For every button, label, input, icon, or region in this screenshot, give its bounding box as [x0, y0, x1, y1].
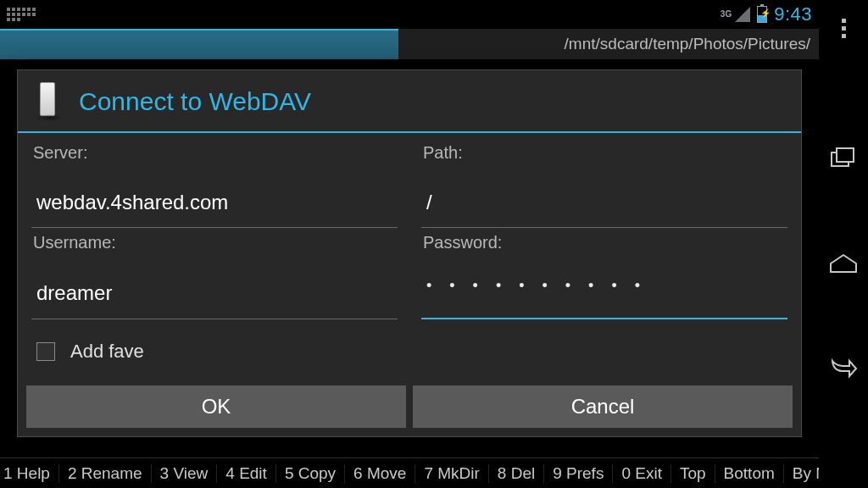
toolbar-item[interactable]: 7 MkDir: [415, 464, 488, 483]
app-header: /mnt/sdcard/temp/Photos/Pictures/: [0, 29, 819, 59]
password-input[interactable]: • • • • • • • • • •: [421, 270, 787, 319]
toolbar-item[interactable]: 8 Del: [489, 464, 544, 483]
dialog-title: Connect to WebDAV: [79, 87, 311, 116]
toolbar-item[interactable]: 1 Help: [0, 464, 59, 483]
toolbar-item[interactable]: By N: [784, 464, 819, 483]
network-3g-label: 3G: [721, 10, 732, 19]
toolbar-item[interactable]: 2 Rename: [59, 464, 152, 483]
status-bar: 3G ⚡ 9:43: [0, 0, 819, 29]
active-panel-indicator[interactable]: [0, 29, 398, 59]
toolbar-item[interactable]: 6 Move: [345, 464, 415, 483]
svg-rect-1: [837, 148, 854, 162]
breadcrumb[interactable]: /mnt/sdcard/temp/Photos/Pictures/: [565, 35, 819, 53]
path-label: Path:: [421, 140, 787, 178]
toolbar-item[interactable]: 5 Copy: [276, 464, 345, 483]
home-icon[interactable]: [829, 249, 858, 278]
system-nav-bar: [819, 0, 868, 488]
username-input[interactable]: [31, 270, 398, 319]
signal-icon: [735, 7, 750, 22]
webdav-connect-dialog: Connect to WebDAV Server: Path: Username…: [17, 69, 802, 437]
keyboard-icon: [7, 4, 36, 25]
toolbar-item[interactable]: 9 Prefs: [544, 464, 613, 483]
path-input[interactable]: [421, 180, 787, 228]
password-label: Password:: [421, 230, 787, 268]
add-fave-checkbox[interactable]: [36, 342, 55, 361]
battery-icon: ⚡: [757, 6, 767, 23]
add-fave-label: Add fave: [70, 341, 144, 363]
menu-icon[interactable]: [829, 14, 858, 42]
back-icon[interactable]: [829, 354, 858, 383]
server-label: Server:: [31, 140, 398, 178]
toolbar-item[interactable]: 0 Exit: [613, 464, 671, 483]
clock: 9:43: [774, 3, 812, 25]
toolbar-item[interactable]: Top: [671, 464, 715, 483]
bottom-toolbar: 1 Help 2 Rename 3 View 4 Edit 5 Copy 6 M…: [0, 458, 819, 488]
toolbar-item[interactable]: 4 Edit: [217, 464, 276, 483]
server-icon: [33, 82, 67, 121]
ok-button[interactable]: OK: [26, 385, 406, 428]
toolbar-item[interactable]: 3 View: [152, 464, 218, 483]
server-input[interactable]: [31, 180, 398, 228]
username-label: Username:: [31, 230, 398, 268]
toolbar-item[interactable]: Bottom: [715, 464, 784, 483]
recent-apps-icon[interactable]: [829, 144, 858, 173]
cancel-button[interactable]: Cancel: [413, 385, 793, 428]
